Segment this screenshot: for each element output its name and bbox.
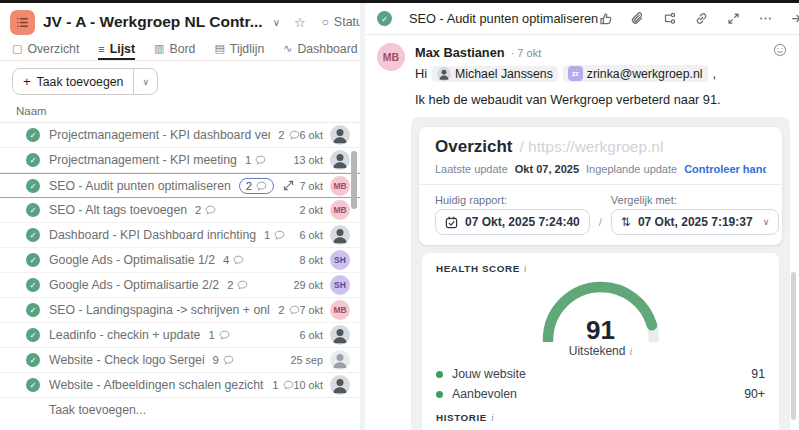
task-comment-count: 1 [208,329,229,341]
attachment-icon[interactable] [630,11,645,26]
column-header-naam[interactable]: Naam [0,101,360,123]
status-circle-icon: ○ [322,15,329,29]
tab-bar: ▢ Overzicht ≡ Lijst ▥ Bord ▤ Tijdlijn ∿ … [0,37,360,61]
task-complete-icon[interactable]: ✓ [26,228,40,242]
tab-label: Bord [169,42,195,56]
task-complete-icon[interactable]: ✓ [26,303,40,317]
comment-bubble-icon [233,255,244,265]
comment-count: 2 [278,304,284,316]
task-due-date: 10 okt [294,379,323,391]
task-row[interactable]: ✓ Leadinfo - checkin + update 1 6 okt [0,323,360,348]
legend-dot [436,371,443,378]
like-icon[interactable] [598,11,613,26]
legend-value: 91 [751,367,765,381]
task-complete-icon[interactable]: ✓ [26,328,40,342]
score-legend: Jouw website 91 Aanbevolen 90+ [436,364,765,404]
project-title[interactable]: JV - A - Werkgroep NL Contr... [43,13,263,31]
task-title: Google Ads - Optimalisatie 1/2 [49,253,215,267]
task-complete-icon[interactable]: ✓ [26,353,40,367]
collapse-pane-icon[interactable] [790,11,799,26]
add-task-inline-row[interactable]: Taak toevoegen... [0,398,360,422]
set-status-button[interactable]: ○ Status instellen [322,15,360,29]
task-row[interactable]: ✓ Dashboard - KPI Dashboard inrichting 1… [0,223,360,248]
assignee-avatar [330,350,350,370]
task-row[interactable]: ✓ Website - Afbeeldingen schalen gezicht… [0,373,360,398]
plus-icon: + [23,74,31,89]
task-complete-icon[interactable]: ✓ [377,11,392,26]
add-task-caret[interactable]: ∨ [133,69,157,94]
comment-author-name[interactable]: Max Bastianen [415,45,505,60]
tab-lijst[interactable]: ≡ Lijst [98,37,135,60]
task-complete-icon[interactable]: ✓ [26,203,40,217]
tab-label: Dashboard [297,42,357,56]
task-title: SEO - Landingspagina -> schrijven + onli… [49,303,270,317]
task-row[interactable]: ✓ SEO - Audit punten optimaliseren 2 7 o… [0,173,360,198]
list-scrollbar-thumb[interactable] [351,151,357,209]
tab-tijdlijn[interactable]: ▤ Tijdlijn [214,37,264,60]
comment-date[interactable]: 7 okt [517,47,541,59]
task-due-date: 7 okt [300,304,323,316]
add-task-button[interactable]: + Taak toevoegen ∨ [12,68,158,95]
task-complete-icon[interactable]: ✓ [26,253,40,267]
task-row[interactable]: ✓ SEO - Alt tags toevoegen 2 2 okt MB [0,198,360,223]
compare-with-label: Vergelijk met: [611,194,779,206]
task-row[interactable]: ✓ SEO - Landingspagina -> schrijven + on… [0,298,360,323]
task-complete-icon[interactable]: ✓ [26,128,40,142]
current-report-value: 07 Okt, 2025 7:24:40 [465,215,580,229]
compare-with-dropdown[interactable]: ⇅ 07 Okt, 2025 7:19:37 ∨ [611,209,779,235]
task-row[interactable]: ✓ Google Ads - Optimalisatie 1/2 4 8 okt… [0,248,360,273]
tab-overzicht[interactable]: ▢ Overzicht [12,37,79,60]
task-complete-icon[interactable]: ✓ [26,378,40,392]
comment-bubble-icon [274,230,285,240]
task-comment-count: 2 [239,178,274,194]
task-due-date: 7 okt [300,180,323,192]
mention-person-name: Michael Janssens [455,67,553,81]
task-complete-icon[interactable]: ✓ [26,179,40,193]
seo-report-embed[interactable]: Overzicht / https://werkgroep.nl Laatste… [411,117,790,430]
expand-task-icon[interactable] [283,180,294,191]
report-url: https://werkgroep.nl [528,138,663,155]
mention-email[interactable]: zr zrinka@werkgroep.nl [563,65,708,82]
app-window: JV - A - Werkgroep NL Contr... ∨ ☆ ○ Sta… [0,0,799,430]
greeting-text: Hi [415,66,427,81]
project-title-caret-icon[interactable]: ∨ [273,17,280,28]
list-toolbar: + Taak toevoegen ∨ [0,61,360,101]
link-icon[interactable] [694,11,709,26]
task-title: Leadinfo - checkin + update [49,328,200,342]
more-options-icon[interactable] [758,11,773,26]
comment-count: 1 [272,379,278,391]
task-complete-icon[interactable]: ✓ [26,153,40,167]
health-score-gauge: 91 Uitstekend i [436,280,765,358]
recheck-link[interactable]: Controleer handmatig opnieuw [684,163,766,175]
dropdown-caret-icon: ∨ [763,217,770,227]
task-row[interactable]: ✓ Website - Check logo Sergei 9 25 sep [0,348,360,373]
caption-info-icon[interactable]: i [629,346,632,357]
info-icon[interactable]: i [524,263,527,274]
assignee-avatar [330,150,350,170]
comment-bubble-icon [256,181,267,191]
add-reaction-button[interactable] [773,43,787,61]
comment-greeting-line: Hi Michael Janssens zr zrinka@werkgroep.… [415,65,787,82]
history-info-icon[interactable]: i [491,412,494,423]
subtasks-icon[interactable] [662,11,677,26]
last-update-value: Okt 07, 2025 [515,163,579,175]
tab-bord[interactable]: ▥ Bord [154,37,195,60]
task-detail-title[interactable]: SEO - Audit punten optimaliseren [409,11,598,26]
comment-bubble-icon [223,355,234,365]
current-report-datepicker[interactable]: 07 Okt, 2025 7:24:40 [435,209,590,235]
project-list-icon[interactable] [10,10,35,35]
task-row[interactable]: ✓ Projectmanagement - KPI meeting 1 13 o… [0,148,360,173]
comment-count: 4 [223,254,229,266]
task-complete-icon[interactable]: ✓ [26,278,40,292]
favorite-star-icon[interactable]: ☆ [294,15,306,30]
comment-count: 9 [213,354,219,366]
tab-dashboard[interactable]: ∿ Dashboard [283,37,357,60]
task-row[interactable]: ✓ Google Ads - Optimalisartie 2/2 2 29 o… [0,273,360,298]
person-silhouette-icon [330,150,350,170]
task-row[interactable]: ✓ Projectmanagement - KPI dashboard vers… [0,123,360,148]
mention-person[interactable]: Michael Janssens [432,66,558,82]
assignee-avatar: MB [330,176,350,196]
fullscreen-icon[interactable] [726,11,741,26]
detail-scrollbar-thumb[interactable] [791,272,796,420]
task-title: Website - Check logo Sergei [49,353,205,367]
